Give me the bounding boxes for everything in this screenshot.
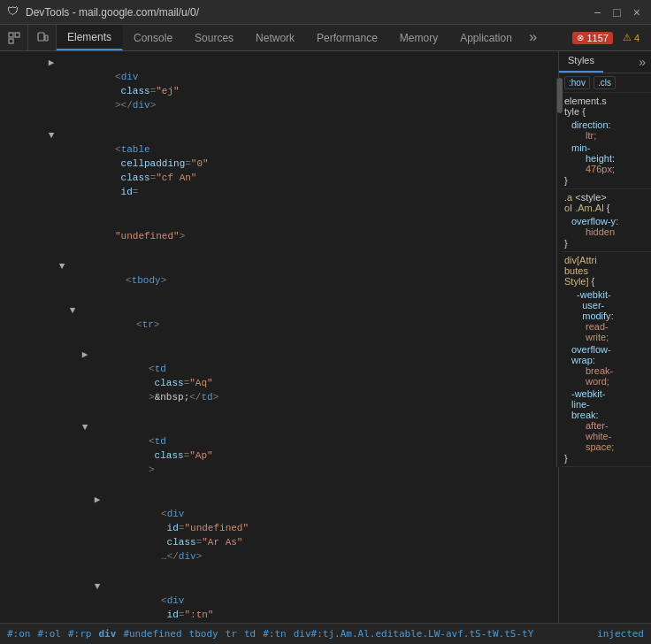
tab-console[interactable]: Console [123,25,184,50]
devtools-tabs-bar: Elements Console Sources Network Perform… [0,25,651,51]
status-rp[interactable]: #:rp [68,628,92,640]
html-line: ▼ <tbody> [0,258,558,303]
tab-performance[interactable]: Performance [306,25,389,50]
html-line: ▼ <td class="Ap" > [0,419,558,492]
error-count: 1157 [586,33,608,43]
style-prop-overflow-y: overflow-y: hidden [564,215,646,238]
svg-rect-0 [9,33,13,37]
status-tbody[interactable]: tbody [189,628,218,640]
html-line: ▼ <tr> [0,303,558,347]
status-bar: #:on #:ol #:rp div #undefined tbody tr t… [0,623,651,644]
styles-tabs: Styles » [559,51,651,73]
status-div[interactable]: div [99,628,117,640]
warn-icon: ⚠ [623,32,632,43]
status-on[interactable]: #:on [7,628,31,640]
div-attrib-selector: div[Attri butes Style] { [564,255,646,287]
style-selector: element.s tyle { [564,96,646,117]
status-tr[interactable]: tr [226,628,237,640]
favicon: 🛡 [7,5,19,19]
svg-rect-2 [15,33,19,37]
elements-panel: ▶ <div class="ej" ></div> ▼ <table cellp… [0,51,559,623]
svg-rect-3 [38,33,44,41]
minimize-button[interactable]: − [590,5,604,19]
styles-tab-styles[interactable]: Styles [559,51,603,73]
a-style-block: .a <style> oI .Am.Al { overflow-y: hidde… [559,189,651,252]
error-icon: ⊗ [577,33,584,42]
styles-panel: Styles » :hov .cls element.s tyle { dire… [559,51,651,623]
style-prop-direction: direction: ltr; [564,119,646,142]
status-tn[interactable]: #:tn [263,628,287,640]
tab-elements[interactable]: Elements [57,25,123,50]
html-line: ▼ <div id=":tn" class="Ar Au" style= [0,579,558,623]
style-prop-min-height: min- height: 476px; [564,142,646,175]
device-toolbar-button[interactable] [28,25,57,50]
html-line: "undefined"> [0,214,558,258]
html-line: ▶ <div class="ej" ></div> [0,55,558,127]
tab-application[interactable]: Application [449,25,524,50]
warn-badge[interactable]: ⚠ 4 [618,31,644,44]
tab-network[interactable]: Network [245,25,306,50]
error-badge[interactable]: ⊗ 1157 [572,32,612,44]
html-line: ▶ <td class="Aq" >&nbsp;</td> [0,347,558,419]
maximize-button[interactable]: □ [609,5,624,19]
badge-area: ⊗ 1157 ⚠ 4 [565,25,651,50]
style-closing-brace: } [564,453,646,464]
style-prop-webkit-line-break: -webkit- line- break: after- white- spac… [564,387,646,453]
html-tree[interactable]: ▶ <div class="ej" ></div> ▼ <table cellp… [0,51,558,623]
style-closing-brace: } [564,175,646,186]
a-selector: .a <style> oI .Am.Al { [564,192,646,213]
style-closing-brace: } [564,238,646,249]
tab-memory[interactable]: Memory [389,25,449,50]
window-title: DevTools - mail.google.com/mail/u/0/ [26,6,583,19]
svg-rect-1 [9,39,13,43]
status-injected: injected [597,628,644,640]
scrollbar-thumb[interactable] [557,78,559,113]
style-prop-overflow-wrap: overflow- wrap: break- word; [564,343,646,387]
div-attrib-style-block: div[Attri butes Style] { -webkit- user- … [559,252,651,467]
status-full-path[interactable]: div#:tj.Am.Al.editable.LW-avf.tS-tW.tS-t… [294,628,534,640]
status-ol[interactable]: #:ol [38,628,62,640]
inspect-element-button[interactable] [0,25,28,50]
styles-more-button[interactable]: » [633,51,651,73]
status-undefined[interactable]: #undefined [123,628,181,640]
scrollbar-track[interactable] [556,78,559,467]
tab-sources[interactable]: Sources [184,25,245,50]
close-button[interactable]: × [630,5,644,19]
element-style-block: element.s tyle { direction: ltr; min- he… [559,93,651,189]
html-line: ▼ <table cellpadding="0" class="cf An" i… [0,127,558,214]
title-bar: 🛡 DevTools - mail.google.com/mail/u/0/ −… [0,0,651,25]
status-td[interactable]: td [244,628,256,640]
more-tabs-button[interactable]: » [524,25,543,50]
cls-button[interactable]: .cls [594,76,616,89]
warn-count: 4 [634,33,640,43]
hov-button[interactable]: :hov [564,76,590,89]
html-line: ▶ <div id="undefined" class="Ar As" …</d… [0,492,558,579]
window-controls: − □ × [590,5,644,19]
devtools-tabs: Elements Console Sources Network Perform… [57,25,565,50]
svg-rect-4 [45,35,48,41]
main-layout: ▶ <div class="ej" ></div> ▼ <table cellp… [0,51,651,623]
style-prop-webkit-user-modify: -webkit- user- modify: read- write; [564,288,646,343]
pseudo-class-row: :hov .cls [559,73,651,93]
